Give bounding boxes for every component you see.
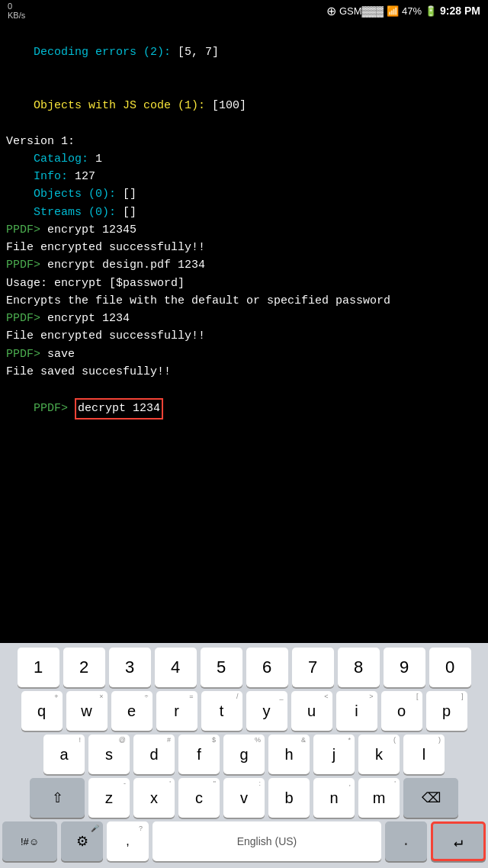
- key-1[interactable]: 1: [18, 648, 59, 687]
- key-e[interactable]: ÷e: [111, 691, 152, 731]
- battery-icon: 🔋: [425, 5, 437, 17]
- terminal-line-cmd1: PPDF> encrypt 12345: [6, 221, 482, 239]
- terminal-line-info: Info: 127: [6, 168, 482, 185]
- terminal-line-desc: Encrypts the file with the default or sp…: [6, 292, 482, 310]
- signal-icon: GSM▓▓▓: [339, 5, 384, 17]
- period-key[interactable]: .: [385, 821, 427, 861]
- key-b[interactable]: b: [268, 778, 310, 818]
- terminal-line-cmd3: PPDF> encrypt 1234: [6, 310, 482, 327]
- key-8[interactable]: 8: [338, 648, 380, 687]
- key-n[interactable]: ,n: [313, 778, 355, 818]
- settings-key[interactable]: 🎤 ⚙: [61, 821, 103, 861]
- terminal-line-cmd2: PPDF> encrypt design.pdf 1234: [6, 256, 482, 274]
- key-y[interactable]: _y: [246, 691, 287, 731]
- terminal-line-objects: Objects (0): []: [6, 185, 482, 203]
- key-t[interactable]: /t: [201, 691, 242, 731]
- key-6[interactable]: 6: [246, 648, 288, 687]
- key-o[interactable]: [o: [381, 691, 422, 731]
- keyboard-row-numbers: 1 2 3 4 5 6 7 8 9 0: [2, 648, 486, 687]
- key-i[interactable]: >i: [336, 691, 377, 731]
- key-f[interactable]: $f: [178, 735, 220, 774]
- terminal-line-cmd4: PPDF> save: [6, 346, 482, 363]
- key-a[interactable]: !a: [43, 735, 85, 774]
- key-3[interactable]: 3: [109, 648, 151, 687]
- time: 9:28 PM: [440, 5, 480, 17]
- key-l[interactable]: )l: [403, 735, 445, 774]
- key-9[interactable]: 9: [384, 648, 425, 687]
- terminal-line-current[interactable]: PPDF> decrypt 1234: [6, 381, 482, 437]
- system-status: ⊕ GSM▓▓▓ 📶 47% 🔋 9:28 PM: [326, 4, 480, 18]
- key-z[interactable]: -z: [88, 778, 130, 818]
- terminal-input[interactable]: decrypt 1234: [75, 398, 163, 419]
- key-k[interactable]: (k: [358, 735, 400, 774]
- key-r[interactable]: =r: [156, 691, 197, 731]
- key-0[interactable]: 0: [429, 648, 471, 687]
- comma-key[interactable]: ? ,: [107, 821, 149, 861]
- sync-icon: ⊕: [326, 4, 336, 18]
- symbol-key[interactable]: !#☺: [2, 821, 57, 861]
- key-w[interactable]: ×w: [66, 691, 108, 731]
- key-h[interactable]: &h: [268, 735, 310, 774]
- key-q[interactable]: +q: [21, 691, 63, 731]
- keyboard-row-zxcvbnm: ⇧ -z 'x "c :v b ,n 'm ⌫: [2, 778, 486, 818]
- terminal-line-usage: Usage: encrypt [$password]: [6, 275, 482, 292]
- key-j[interactable]: *j: [313, 735, 355, 774]
- backspace-key[interactable]: ⌫: [403, 778, 458, 818]
- terminal-line-out3: File saved succesfully!!: [6, 363, 482, 381]
- keyboard-row-asdf: !a @s #d $f %g &h *j (k )l: [2, 735, 486, 774]
- shift-key[interactable]: ⇧: [30, 778, 85, 818]
- space-key[interactable]: English (US): [152, 821, 381, 861]
- keyboard-row-bottom: !#☺ 🎤 ⚙ ? , English (US) . ↵: [2, 821, 486, 861]
- terminal: Decoding errors (2): [5, 7] Objects with…: [0, 21, 488, 643]
- terminal-line-version: Version 1:: [6, 133, 482, 150]
- network-status: 0KB/s: [8, 2, 25, 20]
- key-u[interactable]: <u: [291, 691, 332, 731]
- key-m[interactable]: 'm: [358, 778, 400, 818]
- key-p[interactable]: ]p: [426, 691, 467, 731]
- keyboard: 1 2 3 4 5 6 7 8 9 0 +q ×w ÷e =r /t _y <u…: [0, 643, 488, 868]
- key-d[interactable]: #d: [133, 735, 175, 774]
- terminal-line-out1: File encrypted successfully!!: [6, 239, 482, 256]
- key-c[interactable]: "c: [178, 778, 220, 818]
- key-g[interactable]: %g: [223, 735, 265, 774]
- signal-bars: 📶: [387, 5, 399, 17]
- battery-percent: 47%: [402, 5, 422, 17]
- terminal-line-objects-js: Objects with JS code (1): [100]: [6, 79, 482, 133]
- key-x[interactable]: 'x: [133, 778, 175, 818]
- key-5[interactable]: 5: [201, 648, 242, 687]
- keyboard-row-qwerty: +q ×w ÷e =r /t _y <u >i [o ]p: [2, 691, 486, 731]
- terminal-line-catalog: Catalog: 1: [6, 150, 482, 168]
- key-4[interactable]: 4: [155, 648, 197, 687]
- key-s[interactable]: @s: [88, 735, 130, 774]
- key-7[interactable]: 7: [292, 648, 334, 687]
- terminal-line-decoding-errors: Decoding errors (2): [5, 7]: [6, 26, 482, 79]
- enter-key[interactable]: ↵: [431, 821, 486, 861]
- status-bar: 0KB/s ⊕ GSM▓▓▓ 📶 47% 🔋 9:28 PM: [0, 0, 488, 21]
- terminal-line-streams: Streams (0): []: [6, 204, 482, 221]
- terminal-line-out2: File encrypted successfully!!: [6, 327, 482, 345]
- key-v[interactable]: :v: [223, 778, 265, 818]
- key-2[interactable]: 2: [63, 648, 105, 687]
